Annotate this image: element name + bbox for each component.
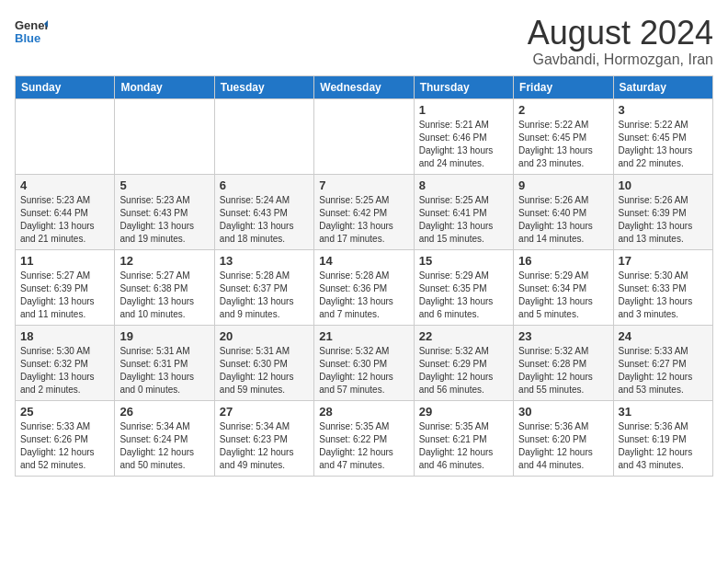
calendar-cell: 2Sunrise: 5:22 AM Sunset: 6:45 PM Daylig…	[514, 98, 613, 174]
day-info: Sunrise: 5:36 AM Sunset: 6:19 PM Dayligh…	[619, 420, 708, 472]
calendar-cell: 3Sunrise: 5:22 AM Sunset: 6:45 PM Daylig…	[613, 98, 712, 174]
day-number: 25	[20, 405, 109, 419]
day-info: Sunrise: 5:34 AM Sunset: 6:23 PM Dayligh…	[220, 420, 309, 472]
day-info: Sunrise: 5:31 AM Sunset: 6:30 PM Dayligh…	[220, 345, 309, 396]
week-row-3: 11Sunrise: 5:27 AM Sunset: 6:39 PM Dayli…	[16, 249, 713, 325]
calendar-cell: 10Sunrise: 5:26 AM Sunset: 6:39 PM Dayli…	[613, 174, 712, 249]
day-info: Sunrise: 5:27 AM Sunset: 6:38 PM Dayligh…	[119, 270, 209, 321]
calendar-cell: 7Sunrise: 5:25 AM Sunset: 6:42 PM Daylig…	[314, 174, 414, 249]
day-number: 23	[518, 329, 608, 343]
calendar-cell: 4Sunrise: 5:23 AM Sunset: 6:44 PM Daylig…	[16, 174, 115, 249]
calendar-cell: 14Sunrise: 5:28 AM Sunset: 6:36 PM Dayli…	[314, 249, 414, 325]
location-subtitle: Gavbandi, Hormozgan, Iran	[528, 52, 713, 68]
day-info: Sunrise: 5:32 AM Sunset: 6:28 PM Dayligh…	[518, 345, 608, 396]
day-header-tuesday: Tuesday	[214, 75, 313, 98]
day-number: 20	[220, 329, 309, 343]
calendar-cell: 22Sunrise: 5:32 AM Sunset: 6:29 PM Dayli…	[414, 325, 513, 400]
day-info: Sunrise: 5:28 AM Sunset: 6:37 PM Dayligh…	[220, 270, 309, 321]
calendar-cell: 6Sunrise: 5:24 AM Sunset: 6:43 PM Daylig…	[214, 174, 313, 249]
day-number: 31	[619, 405, 708, 419]
calendar-cell: 24Sunrise: 5:33 AM Sunset: 6:27 PM Dayli…	[613, 325, 712, 400]
days-header-row: SundayMondayTuesdayWednesdayThursdayFrid…	[16, 75, 713, 98]
day-info: Sunrise: 5:36 AM Sunset: 6:20 PM Dayligh…	[518, 420, 608, 472]
calendar-cell: 16Sunrise: 5:29 AM Sunset: 6:34 PM Dayli…	[514, 249, 613, 325]
title-block: August 2024 Gavbandi, Hormozgan, Iran	[528, 15, 713, 68]
day-number: 21	[319, 329, 408, 343]
day-info: Sunrise: 5:29 AM Sunset: 6:35 PM Dayligh…	[419, 270, 508, 321]
calendar-cell	[16, 98, 115, 174]
day-info: Sunrise: 5:21 AM Sunset: 6:46 PM Dayligh…	[419, 119, 508, 170]
calendar-cell: 25Sunrise: 5:33 AM Sunset: 6:26 PM Dayli…	[16, 400, 115, 476]
day-info: Sunrise: 5:26 AM Sunset: 6:40 PM Dayligh…	[518, 194, 608, 246]
calendar-cell: 8Sunrise: 5:25 AM Sunset: 6:41 PM Daylig…	[414, 174, 513, 249]
day-number: 14	[319, 254, 408, 268]
week-row-5: 25Sunrise: 5:33 AM Sunset: 6:26 PM Dayli…	[16, 400, 713, 476]
day-info: Sunrise: 5:35 AM Sunset: 6:22 PM Dayligh…	[319, 420, 408, 472]
day-number: 15	[419, 254, 508, 268]
day-number: 2	[518, 103, 608, 117]
day-info: Sunrise: 5:22 AM Sunset: 6:45 PM Dayligh…	[518, 119, 608, 170]
day-number: 24	[619, 329, 708, 343]
week-row-4: 18Sunrise: 5:30 AM Sunset: 6:32 PM Dayli…	[16, 325, 713, 400]
day-info: Sunrise: 5:24 AM Sunset: 6:43 PM Dayligh…	[220, 194, 309, 246]
day-info: Sunrise: 5:23 AM Sunset: 6:44 PM Dayligh…	[20, 194, 109, 246]
calendar-cell: 27Sunrise: 5:34 AM Sunset: 6:23 PM Dayli…	[214, 400, 313, 476]
day-info: Sunrise: 5:32 AM Sunset: 6:29 PM Dayligh…	[419, 345, 508, 396]
svg-text:General: General	[15, 18, 48, 32]
page-header: General Blue August 2024 Gavbandi, Hormo…	[15, 15, 713, 68]
day-info: Sunrise: 5:28 AM Sunset: 6:36 PM Dayligh…	[319, 270, 408, 321]
day-number: 8	[419, 178, 508, 192]
calendar-cell: 9Sunrise: 5:26 AM Sunset: 6:40 PM Daylig…	[514, 174, 613, 249]
calendar-cell: 20Sunrise: 5:31 AM Sunset: 6:30 PM Dayli…	[214, 325, 313, 400]
calendar-cell: 21Sunrise: 5:32 AM Sunset: 6:30 PM Dayli…	[314, 325, 414, 400]
calendar-cell: 11Sunrise: 5:27 AM Sunset: 6:39 PM Dayli…	[16, 249, 115, 325]
day-number: 19	[119, 329, 209, 343]
day-number: 9	[518, 178, 608, 192]
month-title: August 2024	[528, 15, 713, 52]
day-info: Sunrise: 5:32 AM Sunset: 6:30 PM Dayligh…	[319, 345, 408, 396]
calendar-cell: 1Sunrise: 5:21 AM Sunset: 6:46 PM Daylig…	[414, 98, 513, 174]
day-info: Sunrise: 5:27 AM Sunset: 6:39 PM Dayligh…	[20, 270, 109, 321]
week-row-2: 4Sunrise: 5:23 AM Sunset: 6:44 PM Daylig…	[16, 174, 713, 249]
day-header-thursday: Thursday	[414, 75, 513, 98]
calendar-cell: 23Sunrise: 5:32 AM Sunset: 6:28 PM Dayli…	[514, 325, 613, 400]
day-header-saturday: Saturday	[613, 75, 712, 98]
day-number: 7	[319, 178, 408, 192]
day-number: 10	[619, 178, 708, 192]
calendar-cell: 31Sunrise: 5:36 AM Sunset: 6:19 PM Dayli…	[613, 400, 712, 476]
day-number: 1	[419, 103, 508, 117]
day-number: 13	[220, 254, 309, 268]
day-info: Sunrise: 5:35 AM Sunset: 6:21 PM Dayligh…	[419, 420, 508, 472]
day-number: 12	[119, 254, 209, 268]
day-number: 5	[119, 178, 209, 192]
logo: General Blue	[15, 15, 51, 48]
day-number: 17	[619, 254, 708, 268]
day-info: Sunrise: 5:25 AM Sunset: 6:41 PM Dayligh…	[419, 194, 508, 246]
day-header-friday: Friday	[514, 75, 613, 98]
day-info: Sunrise: 5:33 AM Sunset: 6:27 PM Dayligh…	[619, 345, 708, 396]
calendar-cell: 28Sunrise: 5:35 AM Sunset: 6:22 PM Dayli…	[314, 400, 414, 476]
day-header-sunday: Sunday	[16, 75, 115, 98]
day-info: Sunrise: 5:34 AM Sunset: 6:24 PM Dayligh…	[119, 420, 209, 472]
day-number: 28	[319, 405, 408, 419]
calendar-cell	[314, 98, 414, 174]
day-number: 29	[419, 405, 508, 419]
week-row-1: 1Sunrise: 5:21 AM Sunset: 6:46 PM Daylig…	[16, 98, 713, 174]
calendar-cell: 5Sunrise: 5:23 AM Sunset: 6:43 PM Daylig…	[115, 174, 214, 249]
day-info: Sunrise: 5:30 AM Sunset: 6:33 PM Dayligh…	[619, 270, 708, 321]
day-number: 16	[518, 254, 608, 268]
day-number: 11	[20, 254, 109, 268]
logo-icon: General Blue	[15, 15, 48, 48]
day-number: 6	[220, 178, 309, 192]
day-header-monday: Monday	[115, 75, 214, 98]
calendar-cell: 13Sunrise: 5:28 AM Sunset: 6:37 PM Dayli…	[214, 249, 313, 325]
day-number: 26	[119, 405, 209, 419]
day-info: Sunrise: 5:25 AM Sunset: 6:42 PM Dayligh…	[319, 194, 408, 246]
calendar-cell: 17Sunrise: 5:30 AM Sunset: 6:33 PM Dayli…	[613, 249, 712, 325]
calendar-cell: 18Sunrise: 5:30 AM Sunset: 6:32 PM Dayli…	[16, 325, 115, 400]
calendar-cell: 12Sunrise: 5:27 AM Sunset: 6:38 PM Dayli…	[115, 249, 214, 325]
day-info: Sunrise: 5:33 AM Sunset: 6:26 PM Dayligh…	[20, 420, 109, 472]
day-number: 18	[20, 329, 109, 343]
day-header-wednesday: Wednesday	[314, 75, 414, 98]
calendar-cell: 26Sunrise: 5:34 AM Sunset: 6:24 PM Dayli…	[115, 400, 214, 476]
